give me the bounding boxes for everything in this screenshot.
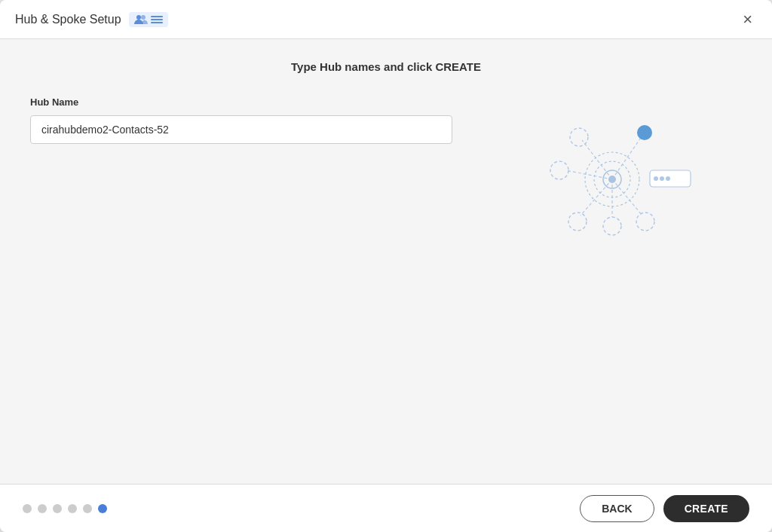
svg-point-17 <box>636 212 654 231</box>
list-icon <box>151 14 163 25</box>
svg-point-6 <box>660 176 664 181</box>
pagination-dot-1 <box>23 504 32 513</box>
pagination-dot-4 <box>68 504 77 513</box>
dialog-body: Type Hub names and click CREATE Hub Name <box>0 39 772 484</box>
svg-point-1 <box>141 15 146 20</box>
header-left: Hub & Spoke Setup <box>15 12 168 27</box>
svg-line-8 <box>582 140 612 179</box>
instruction-text: Type Hub names and click CREATE <box>291 60 481 73</box>
content-area: Hub Name <box>0 89 772 484</box>
hub-spoke-illustration <box>544 104 695 240</box>
svg-point-5 <box>654 176 658 181</box>
pagination-dot-2 <box>38 504 47 513</box>
svg-line-2 <box>612 136 642 179</box>
dialog-header: Hub & Spoke Setup × <box>0 0 772 39</box>
pagination-dot-3 <box>53 504 62 513</box>
close-button[interactable]: × <box>738 8 757 31</box>
dialog-footer: BACK CREATE <box>0 484 772 532</box>
hub-name-input[interactable] <box>30 115 452 144</box>
svg-point-15 <box>603 217 621 235</box>
header-icon-group[interactable] <box>129 12 168 27</box>
svg-point-9 <box>570 128 588 146</box>
dialog-title: Hub & Spoke Setup <box>15 13 121 26</box>
svg-point-7 <box>666 176 670 181</box>
svg-line-16 <box>612 179 642 216</box>
svg-point-11 <box>550 161 568 179</box>
create-button[interactable]: CREATE <box>663 495 749 522</box>
svg-line-12 <box>581 179 612 216</box>
pagination-dot-5 <box>83 504 92 513</box>
pagination-dot-6 <box>98 504 107 513</box>
illustration-section <box>498 96 742 469</box>
svg-point-0 <box>136 15 141 20</box>
users-icon <box>134 14 148 25</box>
svg-point-21 <box>608 176 616 183</box>
form-section: Hub Name <box>30 96 467 469</box>
svg-line-10 <box>565 170 612 179</box>
footer-buttons: BACK CREATE <box>580 495 749 522</box>
svg-point-13 <box>568 212 587 231</box>
instruction-row: Type Hub names and click CREATE <box>0 39 772 89</box>
dialog-container: Hub & Spoke Setup × Type <box>0 0 772 532</box>
svg-point-3 <box>637 125 652 140</box>
hub-name-label: Hub Name <box>30 96 467 108</box>
back-button[interactable]: BACK <box>580 495 654 522</box>
pagination-dots <box>23 504 107 513</box>
